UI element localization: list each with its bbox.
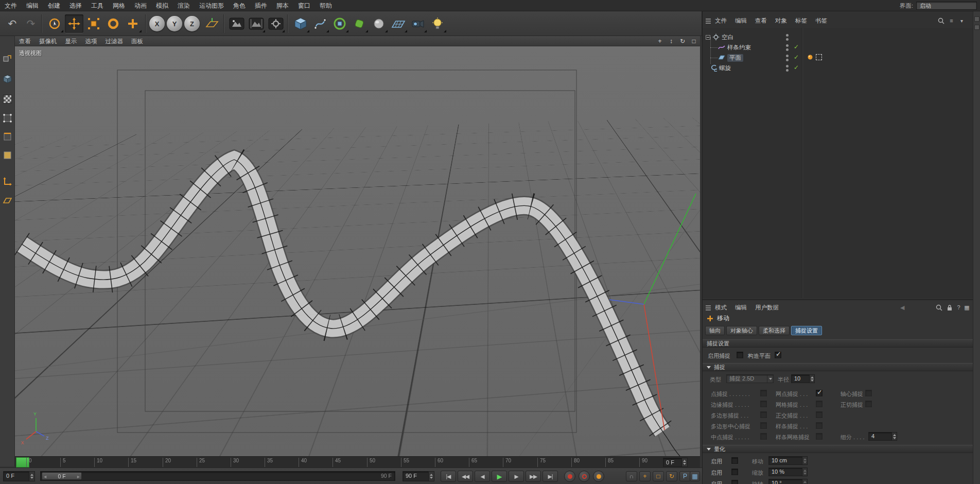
quantize-rotate-field[interactable]: 10 ° [768,479,808,484]
om-menu-edit[interactable]: 编辑 [731,15,751,26]
spline-grid-snap-checkbox[interactable] [816,433,822,440]
object-label[interactable]: 样条约束 [727,44,751,51]
viewport-toggle-icon[interactable]: □ [690,37,698,45]
am-menu-userdata[interactable]: 用户数据 [751,302,783,313]
object-row-plane[interactable]: 平面 [718,53,743,63]
timeline-layout-icon[interactable]: ▦ [690,471,700,481]
point-snap-checkbox[interactable] [760,390,767,396]
render-to-picture-viewer-button[interactable] [247,14,266,33]
menu-plugins[interactable]: 插件 [250,0,272,11]
scale-tool[interactable] [84,14,103,33]
panel-grip-icon[interactable] [706,18,711,24]
axis-mode-icon[interactable] [1,175,14,188]
workplane-checkbox[interactable] [775,352,781,358]
om-menu-objects[interactable]: 对象 [771,15,791,26]
grid-snap-checkbox[interactable] [816,401,822,407]
visibility-dots[interactable] [786,34,789,41]
tab-snap-settings[interactable]: 捕捉设置 [791,326,822,335]
polygons-mode-icon[interactable] [1,149,14,162]
menu-script[interactable]: 脚本 [272,0,293,11]
key-scale-icon[interactable]: □ [653,471,664,481]
quantize-scale-checkbox[interactable] [731,469,738,475]
section-quantize[interactable]: 量化 [703,445,973,453]
quantize-rotate-checkbox[interactable] [731,480,738,484]
subdivision-field[interactable]: 4 [868,432,897,441]
spline-snap-checkbox[interactable] [816,422,822,429]
am-menu-mode[interactable]: 模式 [711,302,731,313]
menu-edit[interactable]: 编辑 [22,0,43,11]
viewport-pan-icon[interactable]: + [656,37,664,45]
next-frame-button[interactable]: ▶ [509,471,524,482]
render-settings-button[interactable] [267,14,285,33]
edges-mode-icon[interactable] [1,130,14,143]
visibility-dots[interactable] [786,44,789,51]
edge-snap-checkbox[interactable] [760,401,767,407]
tab-axis[interactable]: 轴向 [705,326,725,335]
move-tool[interactable] [65,14,83,33]
redo-button[interactable]: ↷ [22,14,40,33]
previous-frame-button[interactable]: ◀ [475,471,490,482]
object-label[interactable]: 平面 [727,54,743,62]
selection-tag-icon[interactable] [816,54,822,60]
om-menu-file[interactable]: 文件 [711,15,731,26]
object-row-helix[interactable]: 螺旋 [710,63,731,73]
menu-animate[interactable]: 动画 [130,0,151,11]
tab-object-axis[interactable]: 对象轴心 [726,326,757,335]
goto-end-button[interactable]: ▶| [542,471,558,482]
layout-tab-icon[interactable] [974,25,979,30]
record-keyframe-button[interactable] [564,471,575,482]
ruler-frame-field[interactable]: 0 F [663,458,688,467]
add-field-button[interactable] [370,14,388,33]
axis-snap-checkbox[interactable] [865,390,872,396]
current-frame-value[interactable]: 0 F [4,472,29,481]
polygon-center-snap-checkbox[interactable] [760,422,767,429]
panel-options-icon[interactable]: ▾ [958,17,966,25]
ortho-snap-checkbox[interactable] [816,411,822,418]
lock-icon[interactable] [946,304,953,312]
history-back-icon[interactable]: ◀ [900,304,904,311]
points-mode-icon[interactable] [1,112,14,125]
add-camera-button[interactable] [409,14,427,33]
timeline-slider-handle[interactable]: ◂0 F▸ [42,472,82,480]
add-subdivision-surface-button[interactable] [330,14,349,33]
add-spline-button[interactable] [311,14,329,33]
ruler-frame-value[interactable]: 0 F [663,458,681,466]
coordinate-system-button[interactable] [203,14,221,33]
end-frame-field[interactable]: 90 F [402,471,434,481]
perspective-viewport[interactable]: 查看 摄像机 显示 选项 过滤器 面板 + ↕ ↻ □ [15,36,700,456]
layout-tab-icon[interactable] [974,16,979,22]
object-label[interactable]: 空白 [722,33,733,41]
menu-create[interactable]: 创建 [43,0,65,11]
timeline-slider[interactable]: ◂0 F▸ 90 F [40,471,395,481]
om-menu-tags[interactable]: 标签 [791,15,811,26]
key-position-icon[interactable]: + [639,471,651,481]
om-menu-bookmarks[interactable]: 书签 [811,15,831,26]
undo-button[interactable]: ↶ [3,14,22,33]
section-snap-settings[interactable]: 捕捉设置 [703,339,973,348]
render-view-button[interactable] [227,14,246,33]
viewport-zoom-icon[interactable]: ↕ [667,37,675,45]
search-icon[interactable] [937,17,945,25]
add-light-button[interactable] [428,14,447,33]
section-snap[interactable]: 捕捉 [703,363,973,371]
y-axis-lock[interactable]: Y [167,16,182,31]
polygon-snap-checkbox[interactable] [760,411,767,418]
goto-start-button[interactable]: |◀ [441,471,456,482]
keyframe-selection-button[interactable] [593,471,604,482]
menu-select[interactable]: 选择 [65,0,86,11]
object-row-null[interactable]: 空白 [706,32,733,42]
smoothing-tag-icon[interactable] [807,54,814,63]
workplane-mode-icon[interactable] [1,194,14,207]
add-cube-button[interactable] [291,14,310,33]
viewport-menu-display[interactable]: 显示 [61,36,81,46]
viewport-menu-options[interactable]: 选项 [81,36,101,46]
enabled-check[interactable]: ✓ [794,43,799,50]
model-mode-icon[interactable] [1,73,14,85]
rotate-tool[interactable] [104,14,122,33]
current-frame-field[interactable]: 0 F [3,471,35,481]
viewport-menu-filter[interactable]: 过滤器 [101,36,128,46]
enable-snap-checkbox[interactable] [737,352,743,358]
snap-type-dropdown[interactable]: 捕捉 2.5D [726,374,774,383]
menu-simulate[interactable]: 模拟 [151,0,173,11]
object-label[interactable]: 螺旋 [719,64,731,72]
